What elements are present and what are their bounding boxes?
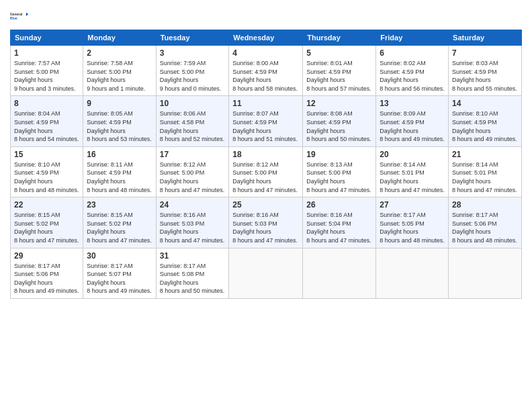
weekday-header-tuesday: Tuesday [156,30,229,46]
calendar-cell: 21Sunrise: 8:14 AMSunset: 5:01 PMDayligh… [449,146,522,197]
day-number: 4 [232,48,299,58]
calendar-cell: 9Sunrise: 8:05 AMSunset: 4:59 PMDaylight… [83,96,156,146]
header: General Blue [10,7,522,26]
day-info: Sunrise: 7:57 AMSunset: 5:00 PMDaylight … [14,59,79,93]
day-info: Sunrise: 8:03 AMSunset: 4:59 PMDaylight … [452,59,518,93]
day-info: Sunrise: 8:10 AMSunset: 4:59 PMDaylight … [452,109,518,143]
day-info: Sunrise: 8:05 AMSunset: 4:59 PMDaylight … [87,109,152,143]
day-info: Sunrise: 8:08 AMSunset: 4:59 PMDaylight … [306,109,372,143]
calendar-cell: 20Sunrise: 8:14 AMSunset: 5:01 PMDayligh… [376,146,449,197]
day-number: 31 [160,251,226,261]
calendar-cell: 3Sunrise: 7:59 AMSunset: 5:00 PMDaylight… [156,46,229,96]
weekday-header-sunday: Sunday [11,30,83,46]
svg-text:Blue: Blue [10,17,17,20]
day-info: Sunrise: 8:16 AMSunset: 5:03 PMDaylight … [232,211,299,244]
day-number: 3 [160,48,226,58]
weekday-header-row: SundayMondayTuesdayWednesdayThursdayFrid… [11,30,522,46]
day-info: Sunrise: 8:02 AMSunset: 4:59 PMDaylight … [380,59,445,93]
calendar-week-row: 1Sunrise: 7:57 AMSunset: 5:00 PMDaylight… [11,46,522,96]
day-number: 7 [452,48,518,58]
day-number: 19 [306,150,372,159]
day-info: Sunrise: 8:15 AMSunset: 5:02 PMDaylight … [87,211,152,244]
calendar-cell [303,248,376,298]
day-number: 15 [14,150,79,159]
day-info: Sunrise: 8:17 AMSunset: 5:06 PMDaylight … [14,262,79,295]
day-number: 8 [14,99,79,108]
day-info: Sunrise: 8:07 AMSunset: 4:59 PMDaylight … [232,109,299,143]
calendar-cell: 15Sunrise: 8:10 AMSunset: 4:59 PMDayligh… [11,146,83,197]
calendar-cell: 7Sunrise: 8:03 AMSunset: 4:59 PMDaylight… [449,46,522,96]
calendar-cell: 28Sunrise: 8:17 AMSunset: 5:06 PMDayligh… [449,197,522,248]
calendar-week-row: 15Sunrise: 8:10 AMSunset: 4:59 PMDayligh… [11,146,522,197]
day-number: 22 [14,200,79,210]
day-info: Sunrise: 8:06 AMSunset: 4:58 PMDaylight … [160,109,226,143]
weekday-header-thursday: Thursday [303,30,376,46]
calendar-cell: 4Sunrise: 8:00 AMSunset: 4:59 PMDaylight… [229,46,303,96]
svg-marker-2 [26,12,29,16]
weekday-header-saturday: Saturday [449,30,522,46]
day-number: 29 [14,251,79,261]
calendar-cell: 19Sunrise: 8:13 AMSunset: 5:00 PMDayligh… [303,146,376,197]
day-info: Sunrise: 8:14 AMSunset: 5:01 PMDaylight … [380,161,445,194]
day-number: 14 [452,99,518,108]
day-number: 25 [232,200,299,210]
calendar-cell: 11Sunrise: 8:07 AMSunset: 4:59 PMDayligh… [229,96,303,146]
day-number: 17 [160,150,226,159]
calendar-cell: 17Sunrise: 8:12 AMSunset: 5:00 PMDayligh… [156,146,229,197]
day-number: 23 [87,200,152,210]
calendar-cell: 10Sunrise: 8:06 AMSunset: 4:58 PMDayligh… [156,96,229,146]
day-number: 27 [380,200,445,210]
day-info: Sunrise: 8:16 AMSunset: 5:04 PMDaylight … [306,211,372,244]
calendar-cell [229,248,303,298]
calendar-cell [449,248,522,298]
day-number: 26 [306,200,372,210]
calendar-week-row: 22Sunrise: 8:15 AMSunset: 5:02 PMDayligh… [11,197,522,248]
day-info: Sunrise: 8:14 AMSunset: 5:01 PMDaylight … [452,161,518,194]
day-number: 9 [87,99,152,108]
day-number: 5 [306,48,372,58]
day-number: 24 [160,200,226,210]
calendar-cell: 2Sunrise: 7:58 AMSunset: 5:00 PMDaylight… [83,46,156,96]
calendar-cell: 29Sunrise: 8:17 AMSunset: 5:06 PMDayligh… [11,248,83,298]
day-number: 6 [380,48,445,58]
day-number: 11 [232,99,299,108]
weekday-header-wednesday: Wednesday [229,30,303,46]
day-info: Sunrise: 8:12 AMSunset: 5:00 PMDaylight … [232,161,299,194]
calendar-cell: 16Sunrise: 8:11 AMSunset: 4:59 PMDayligh… [83,146,156,197]
logo: General Blue [10,7,29,26]
page: General Blue SundayMondayTuesdayWednesda… [0,0,532,411]
day-info: Sunrise: 8:16 AMSunset: 5:03 PMDaylight … [160,211,226,244]
calendar-cell: 31Sunrise: 8:17 AMSunset: 5:08 PMDayligh… [156,248,229,298]
day-info: Sunrise: 8:17 AMSunset: 5:07 PMDaylight … [87,262,152,295]
day-number: 28 [452,200,518,210]
calendar-week-row: 8Sunrise: 8:04 AMSunset: 4:59 PMDaylight… [11,96,522,146]
calendar-week-row: 29Sunrise: 8:17 AMSunset: 5:06 PMDayligh… [11,248,522,298]
logo-icon: General Blue [10,7,29,26]
calendar-cell: 23Sunrise: 8:15 AMSunset: 5:02 PMDayligh… [83,197,156,248]
calendar-cell: 6Sunrise: 8:02 AMSunset: 4:59 PMDaylight… [376,46,449,96]
day-number: 16 [87,150,152,159]
day-info: Sunrise: 8:17 AMSunset: 5:06 PMDaylight … [452,211,518,244]
day-number: 1 [14,48,79,58]
calendar-cell: 12Sunrise: 8:08 AMSunset: 4:59 PMDayligh… [303,96,376,146]
calendar-cell: 22Sunrise: 8:15 AMSunset: 5:02 PMDayligh… [11,197,83,248]
day-info: Sunrise: 7:58 AMSunset: 5:00 PMDaylight … [87,59,152,93]
day-number: 13 [380,99,445,108]
day-info: Sunrise: 8:04 AMSunset: 4:59 PMDaylight … [14,109,79,143]
day-info: Sunrise: 7:59 AMSunset: 5:00 PMDaylight … [160,59,226,93]
day-info: Sunrise: 8:10 AMSunset: 4:59 PMDaylight … [14,161,79,194]
day-number: 10 [160,99,226,108]
calendar-cell: 18Sunrise: 8:12 AMSunset: 5:00 PMDayligh… [229,146,303,197]
calendar-cell: 30Sunrise: 8:17 AMSunset: 5:07 PMDayligh… [83,248,156,298]
day-number: 20 [380,150,445,159]
day-info: Sunrise: 8:13 AMSunset: 5:00 PMDaylight … [306,161,372,194]
day-info: Sunrise: 8:09 AMSunset: 4:59 PMDaylight … [380,109,445,143]
day-number: 18 [232,150,299,159]
day-number: 30 [87,251,152,261]
calendar-cell: 14Sunrise: 8:10 AMSunset: 4:59 PMDayligh… [449,96,522,146]
day-info: Sunrise: 8:00 AMSunset: 4:59 PMDaylight … [232,59,299,93]
day-number: 2 [87,48,152,58]
calendar-table: SundayMondayTuesdayWednesdayThursdayFrid… [10,30,522,299]
day-info: Sunrise: 8:17 AMSunset: 5:05 PMDaylight … [380,211,445,244]
day-info: Sunrise: 8:12 AMSunset: 5:00 PMDaylight … [160,161,226,194]
